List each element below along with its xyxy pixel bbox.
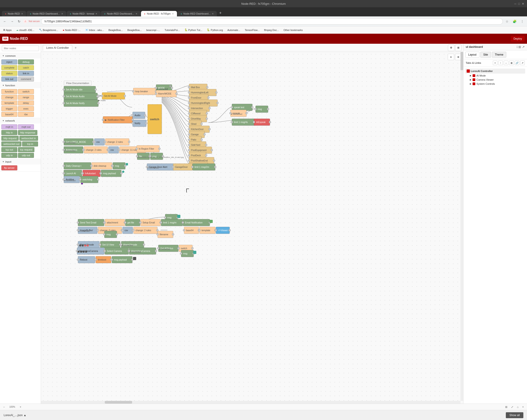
flow-canvas[interactable]: Flow Documentation Set AI Mode Idle Set … bbox=[41, 52, 463, 404]
close-btn[interactable]: ✕ bbox=[522, 2, 524, 5]
palette-node-websocket-out[interactable]: websocket out bbox=[1, 142, 22, 146]
menu-button[interactable]: ⋮ bbox=[519, 19, 525, 24]
sb-expand-btn[interactable]: + bbox=[521, 405, 525, 409]
tab-dashboard3[interactable]: ● Node-RED Dashboard... ✕ bbox=[177, 11, 217, 16]
palette-search-input[interactable] bbox=[2, 45, 39, 51]
node-msg-cleanup[interactable]: msg bbox=[113, 162, 125, 169]
palette-node-status[interactable]: status bbox=[1, 71, 17, 76]
bookmark-bb1[interactable]: BeagleBoa... bbox=[107, 28, 124, 32]
palette-node-rbe[interactable]: rbe bbox=[18, 112, 34, 117]
close-tab-2[interactable]: ✕ bbox=[61, 12, 63, 15]
sb-zoom-in[interactable]: + bbox=[19, 405, 22, 409]
close-tab-1[interactable]: ✕ bbox=[21, 12, 23, 15]
palette-section-common-header[interactable]: ▼ common bbox=[0, 53, 41, 58]
node-reboot-inject[interactable]: Reboot bbox=[78, 256, 95, 263]
palette-node-mqtt-in[interactable]: mqtt in bbox=[1, 124, 17, 129]
address-bar[interactable] bbox=[41, 18, 503, 25]
node-audio-small[interactable]: Audio bbox=[132, 112, 145, 119]
node-alarm-mode[interactable]: Alarm/MODE bbox=[156, 90, 176, 97]
rs-icon-i[interactable]: i bbox=[517, 45, 517, 49]
sb-home-btn[interactable]: ⌂ bbox=[516, 405, 519, 409]
node-notify[interactable]: Notify bbox=[132, 120, 146, 127]
close-tab-4[interactable]: ✕ bbox=[135, 12, 137, 15]
palette-node-websocket-in[interactable]: websocket in bbox=[19, 136, 38, 141]
palette-node-ftp-server[interactable]: ftp server bbox=[1, 165, 17, 170]
tab-lorexai[interactable]: ● Node-RED : lorexai ✕ bbox=[67, 11, 101, 16]
tl-sort2-btn[interactable]: ↓ bbox=[504, 61, 508, 65]
node-loop-breaker[interactable]: loop breaker bbox=[133, 88, 156, 95]
close-tab-3[interactable]: ✕ bbox=[95, 12, 97, 15]
palette-node-http-in[interactable]: http in bbox=[1, 130, 17, 135]
bookmark-beacon[interactable]: beaconpi -... bbox=[145, 28, 162, 32]
sb-fit-btn[interactable]: ⤢ bbox=[510, 405, 514, 409]
palette-node-comment[interactable]: comment bbox=[18, 77, 34, 82]
rs-tree-system-controls[interactable]: ▶ System Controls bbox=[465, 82, 525, 86]
palette-node-tcp-in[interactable]: tcp in bbox=[22, 142, 38, 146]
bookmark-inbox[interactable]: 📧 Inbox - wku... bbox=[84, 28, 105, 32]
palette-node-tcp-request[interactable]: tcp request bbox=[18, 147, 34, 152]
bookmark-ffmpeg[interactable]: ffmpeg Doc... bbox=[263, 28, 280, 32]
tl-add-btn[interactable]: + bbox=[493, 61, 497, 65]
node-notification-filter[interactable]: ▶ Notification Filter bbox=[103, 116, 132, 123]
palette-node-debug[interactable]: debug bbox=[18, 59, 34, 65]
palette-node-link-in[interactable]: link in bbox=[18, 71, 34, 76]
node-msg-aistatus[interactable]: msg bbox=[181, 250, 194, 257]
tab-fx705gm[interactable]: ● Node-RED : fx705gm ✕ bbox=[141, 11, 177, 16]
palette-node-exec[interactable]: exec bbox=[18, 106, 34, 111]
rs-tab-theme[interactable]: Theme bbox=[492, 52, 506, 58]
flow-scrollbar-vertical[interactable] bbox=[461, 52, 463, 401]
close-tab-6[interactable]: ✕ bbox=[212, 12, 214, 15]
node-csv1[interactable]: csv bbox=[94, 138, 105, 145]
node-msgpayload-launch[interactable]: msg.payload bbox=[101, 170, 121, 177]
rs-icon-layout[interactable]: ⊞ bbox=[518, 45, 521, 49]
node-autostart[interactable]: ↻ Autostart bbox=[83, 170, 100, 177]
rs-tab-site[interactable]: Site bbox=[480, 52, 491, 58]
palette-node-catch[interactable]: catch bbox=[18, 65, 34, 70]
bookmark-apps[interactable]: ⊞ Apps bbox=[2, 28, 13, 32]
node-csv-imgbuf[interactable]: csv bbox=[122, 227, 133, 234]
tl-sort-btn[interactable]: ↑ bbox=[498, 61, 503, 65]
node-base64-imgbuf[interactable]: base64 bbox=[184, 227, 199, 234]
tl-link-btn[interactable]: 🔗 bbox=[515, 61, 519, 65]
tab-nodered1[interactable]: ● Node-RED ✕ bbox=[2, 11, 26, 16]
palette-node-http-response[interactable]: http response bbox=[18, 130, 37, 135]
bookmark-nodered[interactable]: ● Node-RED :... bbox=[62, 28, 82, 32]
palette-section-input-header[interactable]: ▼ input bbox=[0, 159, 41, 165]
back-button[interactable]: ← bbox=[2, 19, 8, 24]
node-setup-email[interactable]: Setup Email bbox=[141, 219, 161, 226]
node-select-camera[interactable]: Select Camera bbox=[105, 248, 129, 254]
node-change-2-ai[interactable]: change: 2 rules bbox=[84, 146, 108, 153]
node-set-ai-audio[interactable]: Set AI Mode Audio bbox=[64, 93, 98, 100]
node-reboot-exec[interactable]: ⚙ reboot bbox=[96, 256, 111, 263]
palette-node-udp-in[interactable]: udp in bbox=[1, 153, 17, 158]
add-flow-button[interactable]: + bbox=[448, 54, 454, 60]
node-send-test-email[interactable]: Send Test Email bbox=[78, 219, 104, 226]
bookmark-tensorflow[interactable]: TensorFlow... bbox=[243, 28, 261, 32]
bookmark-python-tut[interactable]: 🐍 Python Tut... bbox=[183, 28, 204, 32]
flow-scrollbar-horizontal[interactable] bbox=[41, 401, 461, 404]
tab-dashboard2[interactable]: ● Node-RED Dashboard... ✕ bbox=[101, 11, 140, 16]
node-change-2-csv[interactable]: change: 2 rules bbox=[133, 227, 157, 234]
node-limit-1m[interactable]: limit 1 msg/m bbox=[161, 219, 183, 226]
node-change-2-lorex[interactable]: change: 2 rules bbox=[105, 138, 129, 145]
node-filename[interactable]: filename bbox=[158, 231, 173, 238]
node-msg-imgbuf[interactable]: msg bbox=[104, 231, 117, 238]
palette-node-change[interactable]: change bbox=[1, 95, 17, 100]
maximize-btn[interactable]: □ bbox=[518, 2, 520, 5]
node-set-ai-mode[interactable]: Set AI Mode bbox=[102, 92, 125, 99]
rs-section-lorex-header[interactable]: LorexAI Controller bbox=[465, 68, 525, 74]
flow-tab-lorex[interactable]: Lorex AI Controller bbox=[43, 45, 72, 51]
node-msg-speak[interactable]: msg bbox=[255, 106, 268, 112]
node-espeak-red[interactable]: ⚙ Espeak bbox=[254, 119, 270, 125]
node-watchdog[interactable]: watchdog bbox=[80, 176, 98, 183]
palette-node-switch[interactable]: switch bbox=[18, 89, 34, 94]
sb-grid-btn[interactable]: ⊞ bbox=[504, 405, 508, 409]
rs-icon-external[interactable]: ↗ bbox=[522, 45, 525, 49]
bookmark-bb2[interactable]: BeagleBoa... bbox=[126, 28, 143, 32]
node-template-imgbuf[interactable]: template bbox=[199, 227, 215, 234]
minimize-btn[interactable]: ─ bbox=[514, 2, 516, 5]
node-get-file[interactable]: get file bbox=[125, 219, 140, 226]
node-viewer[interactable]: </> Viewer bbox=[216, 227, 230, 234]
node-csv2[interactable]: csv bbox=[108, 146, 119, 153]
bookmark-button[interactable]: ☆ bbox=[504, 19, 510, 24]
